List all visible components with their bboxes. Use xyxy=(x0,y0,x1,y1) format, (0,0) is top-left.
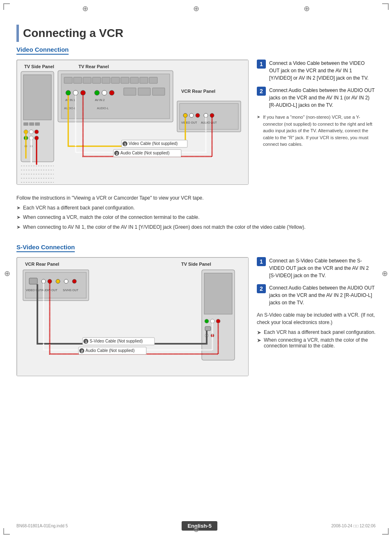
vcr-rear-panel-label: VCR Rear Panel xyxy=(181,89,215,94)
step-1-text: Connect a Video Cable between the VIDEO … xyxy=(269,60,376,82)
svg-point-48 xyxy=(210,113,214,117)
svg-rect-2 xyxy=(23,75,51,120)
svg-point-44 xyxy=(183,113,187,117)
tv-rear-panel-label: TV Rear Panel xyxy=(78,64,109,69)
svg-text:Audio Cable (Not supplied): Audio Cable (Not supplied) xyxy=(120,151,170,155)
svg-point-31 xyxy=(81,90,85,95)
svg-point-71 xyxy=(64,279,68,283)
svg-rect-3 xyxy=(23,122,28,126)
left-page-crosshair: ⊕ xyxy=(4,269,10,278)
below-note-3: ➤ When connecting to AV NI 1, the color … xyxy=(16,223,376,231)
below-note-intro: Follow the instructions in "Viewing a VC… xyxy=(16,194,376,202)
s-video-note-0: An S-Video cable may be included with a … xyxy=(257,311,376,326)
svg-text:S/VHS OUT: S/VHS OUT xyxy=(63,289,78,292)
video-connection-title: Video Connection xyxy=(16,46,69,55)
svg-point-80 xyxy=(216,319,220,323)
top-crosshair: ⊕ xyxy=(193,4,199,13)
s-video-note-1: ➤ Each VCR has a different back panel co… xyxy=(257,329,376,336)
video-connection-instructions: 1 Connect a Video Cable between the VIDE… xyxy=(257,60,376,148)
s-step-2-num: 2 xyxy=(257,284,266,293)
video-connection-note: If you have a "mono" (non-stereo) VCR, u… xyxy=(257,114,376,148)
step-2-num: 2 xyxy=(257,87,266,96)
svg-text:S-Video Cable (Not supplied): S-Video Cable (Not supplied) xyxy=(90,339,143,343)
svg-text:2: 2 xyxy=(116,152,118,156)
svg-rect-19 xyxy=(64,77,72,83)
svg-text:AUDIO OUT: AUDIO OUT xyxy=(201,121,217,124)
svg-rect-22 xyxy=(92,77,101,83)
video-connection-content: TV Side Panel TV Rear Panel VCR Rear Pan… xyxy=(16,60,376,186)
s-video-connection-content: VCR Rear Panel TV Side Panel VIDEO O xyxy=(16,257,376,377)
s-step-2: 2 Connect Audio Cables between the AUDIO… xyxy=(257,284,376,306)
file-info: BN68-01801A-01Eng.indd 5 xyxy=(16,524,68,528)
svg-rect-38 xyxy=(138,88,150,95)
s-step-2-text: Connect Audio Cables between the AUDIO O… xyxy=(269,284,376,306)
svg-point-45 xyxy=(189,113,194,117)
step-2-text: Connect Audio Cables between the AUDIO O… xyxy=(269,87,376,109)
svg-point-70 xyxy=(56,279,60,283)
title-bar-decoration xyxy=(16,25,19,42)
svg-text:AUDIO-L: AUDIO-L xyxy=(97,107,109,110)
right-page-crosshair: ⊕ xyxy=(382,269,388,278)
s-video-connection-section: S-Video Connection VCR Rear Panel TV Sid… xyxy=(16,244,376,377)
svg-text:VIDEO OUT: VIDEO OUT xyxy=(181,121,197,124)
svg-text:Audio Cable (Not supplied): Audio Cable (Not supplied) xyxy=(85,348,135,353)
svg-rect-43 xyxy=(180,103,238,129)
corner-mark-tl xyxy=(3,3,10,10)
svg-rect-39 xyxy=(152,88,165,95)
svg-rect-67 xyxy=(29,278,37,284)
svg-rect-20 xyxy=(74,77,82,83)
svg-text:AV IN 2: AV IN 2 xyxy=(95,99,105,101)
svg-rect-66 xyxy=(25,272,86,298)
english-badge: English-5 xyxy=(182,521,217,531)
svg-text:AUDIO-L: AUDIO-L xyxy=(64,107,76,110)
arrow-icon-2: ➤ xyxy=(16,214,21,221)
right-crosshair: ⊕ xyxy=(304,4,310,13)
svg-text:1: 1 xyxy=(85,340,87,344)
step-1: 1 Connect a Video Cable between the VIDE… xyxy=(257,60,376,82)
below-note-1: ➤ Each VCR has a different back panel co… xyxy=(16,204,376,212)
arrow-icon-s1: ➤ xyxy=(257,329,261,336)
svg-point-30 xyxy=(73,90,78,95)
s-step-1: 1 Connect an S-Video Cable between the S… xyxy=(257,257,376,279)
step-2: 2 Connect Audio Cables between the AUDIO… xyxy=(257,87,376,109)
svg-point-29 xyxy=(66,90,71,95)
svg-text:AV IN 1: AV IN 1 xyxy=(65,99,75,101)
s-vcr-rear-panel-label: VCR Rear Panel xyxy=(25,262,59,267)
svg-rect-77 xyxy=(204,273,232,314)
bottom-crosshair: ⊕ xyxy=(193,525,199,534)
svg-rect-25 xyxy=(121,77,129,83)
svg-text:Video Cable (Not supplied): Video Cable (Not supplied) xyxy=(129,141,178,146)
svg-rect-81 xyxy=(205,326,211,331)
tv-side-panel-label: TV Side Panel xyxy=(24,64,54,69)
s-video-connection-diagram: VCR Rear Panel TV Side Panel VIDEO O xyxy=(16,257,249,377)
svg-point-68 xyxy=(42,279,46,283)
svg-point-79 xyxy=(210,319,214,323)
svg-point-78 xyxy=(205,319,209,323)
svg-point-8 xyxy=(35,130,39,134)
svg-point-33 xyxy=(102,90,107,95)
svg-point-32 xyxy=(95,90,99,95)
svg-point-47 xyxy=(204,113,208,117)
date-info: 2008-10-24 □□ 12:02:06 xyxy=(331,524,376,528)
svg-point-72 xyxy=(72,279,76,283)
step-1-num: 1 xyxy=(257,60,266,69)
s-video-note-2: ➤ When connecting a VCR, match the color… xyxy=(257,337,376,349)
svg-rect-4 xyxy=(29,122,34,126)
svg-rect-37 xyxy=(124,88,136,95)
s-step-1-num: 1 xyxy=(257,257,266,266)
page-title-container: Connecting a VCR xyxy=(16,25,376,42)
page-container: ⊕ ⊕ ⊕ Connecting a VCR Video Connection … xyxy=(0,0,392,538)
s-video-connection-title: S-Video Connection xyxy=(16,244,75,252)
corner-mark-tr xyxy=(382,3,389,10)
svg-rect-23 xyxy=(102,77,110,83)
page-title: Connecting a VCR xyxy=(23,27,123,40)
below-note-2: ➤ When connecting a VCR, match the color… xyxy=(16,214,376,221)
s-step-1-text: Connect an S-Video Cable between the S-V… xyxy=(269,257,376,279)
video-connection-diagram: TV Side Panel TV Rear Panel VCR Rear Pan… xyxy=(16,60,249,186)
svg-point-46 xyxy=(196,113,200,117)
s-tv-side-panel-label: TV Side Panel xyxy=(181,262,211,267)
left-crosshair: ⊕ xyxy=(82,4,88,13)
arrow-icon-1: ➤ xyxy=(16,204,21,212)
svg-rect-28 xyxy=(149,77,157,83)
arrow-icon-3: ➤ xyxy=(16,223,21,231)
